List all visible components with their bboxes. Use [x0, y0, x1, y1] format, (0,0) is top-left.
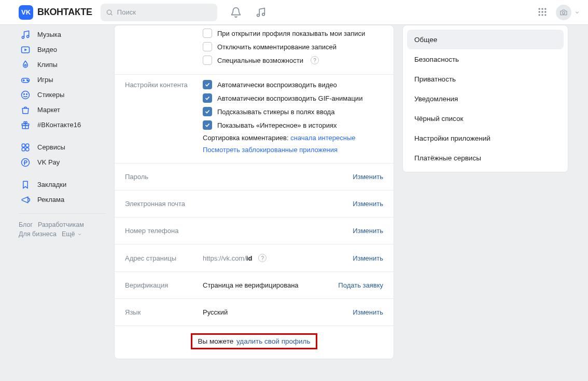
svg-rect-31: [26, 144, 29, 147]
sidebar-item-label: Сервисы: [37, 143, 65, 151]
sidebar-item-stickers[interactable]: Стикеры: [19, 87, 106, 102]
settings-row-lang: ЯзыкРусскийИзменить: [115, 299, 394, 326]
app-header: VK ВКОНТАКТЕ: [0, 0, 588, 25]
music-icon: [20, 29, 31, 40]
search-input[interactable]: [117, 8, 212, 16]
sidebar-item-label: #ВКонтакте16: [37, 121, 81, 129]
content-settings-label: Настройки контента: [125, 80, 203, 154]
apps-grid-icon[interactable]: [537, 7, 549, 18]
delete-profile-link[interactable]: удалить свой профиль: [236, 337, 311, 345]
games-icon: [20, 74, 31, 86]
profile-menu[interactable]: [556, 5, 580, 20]
sidebar-item-pay[interactable]: VK Pay: [19, 155, 106, 170]
tab-Настройки приложений[interactable]: Настройки приложений: [407, 128, 564, 148]
pay-icon: [20, 157, 31, 168]
left-sidebar: МузыкаВидеоКлипыИгрыСтикерыМаркет#ВКонта…: [19, 25, 106, 359]
footer-developers[interactable]: Разработчикам: [38, 221, 84, 228]
settings-row-password: ПарольИзменить: [115, 164, 394, 190]
row-action-email[interactable]: Изменить: [353, 200, 383, 208]
row-action-lang[interactable]: Изменить: [353, 308, 383, 316]
svg-point-9: [544, 11, 546, 12]
notifications-icon[interactable]: [230, 6, 242, 19]
vk-logo-icon: VK: [19, 5, 33, 20]
svg-line-1: [110, 13, 112, 15]
svg-point-14: [22, 36, 24, 38]
settings-row-phone: Номер телефонаИзменить: [115, 217, 394, 244]
comment-sort-label: Сортировка комментариев:: [203, 134, 289, 142]
footer-links: Блог Разработчикам Для бизнеса Ещё: [19, 213, 106, 238]
logo[interactable]: VK ВКОНТАКТЕ: [19, 5, 92, 20]
checkbox-label: Показывать «Интересное» в историях: [217, 121, 337, 129]
settings-tabs: ОбщееБезопасностьПриватностьУведомленияЧ…: [402, 25, 568, 172]
footer-business[interactable]: Для бизнеса: [19, 230, 57, 238]
sidebar-item-video[interactable]: Видео: [19, 42, 106, 57]
blocked-apps-link[interactable]: Посмотреть заблокированные приложения: [203, 146, 338, 154]
tab-Общее[interactable]: Общее: [407, 30, 564, 49]
tab-Уведомления[interactable]: Уведомления: [407, 89, 564, 108]
comment-sort-select[interactable]: сначала интересные: [290, 134, 355, 142]
svg-point-0: [107, 10, 111, 14]
checkbox-option[interactable]: При открытии профиля показывать мои запи…: [203, 29, 383, 38]
checkbox-option[interactable]: Специальные возможности?: [203, 56, 383, 65]
search-icon: [106, 8, 113, 17]
svg-rect-33: [26, 147, 29, 151]
checkbox-option[interactable]: Показывать «Интересное» в историях: [203, 120, 383, 130]
svg-point-23: [27, 80, 29, 81]
checkbox-icon: [203, 107, 212, 116]
stickers-icon: [20, 89, 31, 101]
camera-icon: [559, 8, 568, 17]
svg-point-2: [257, 14, 259, 17]
help-icon[interactable]: ?: [311, 56, 319, 64]
row-value: Страница не верифицирована: [203, 281, 299, 289]
logo-text: ВКОНТАКТЕ: [37, 7, 92, 18]
settings-row-verify: ВерификацияСтраница не верифицированаПод…: [115, 272, 394, 299]
row-label: Электронная почта: [125, 200, 203, 208]
avatar: [556, 5, 571, 20]
svg-point-12: [544, 14, 546, 16]
svg-point-25: [24, 93, 25, 94]
row-action-verify[interactable]: Подать заявку: [338, 281, 383, 289]
address-value: https://vk.com/id: [203, 254, 252, 262]
svg-point-24: [22, 91, 30, 99]
sidebar-item-label: Реклама: [37, 196, 64, 203]
music-icon[interactable]: [255, 6, 267, 19]
checkbox-option[interactable]: Автоматически воспроизводить GIF-анимаци…: [203, 93, 383, 103]
row-label: Адрес страницы: [125, 254, 203, 262]
sidebar-item-music[interactable]: Музыка: [19, 27, 106, 42]
checkbox-icon: [203, 29, 212, 38]
sidebar-item-label: Видео: [37, 46, 57, 53]
sidebar-item-clips[interactable]: Клипы: [19, 57, 106, 72]
checkbox-option[interactable]: Подсказывать стикеры в полях ввода: [203, 107, 383, 116]
sidebar-item-label: Игры: [37, 76, 53, 84]
sidebar-item-games[interactable]: Игры: [19, 72, 106, 87]
tab-Безопасность[interactable]: Безопасность: [407, 49, 564, 69]
svg-rect-30: [22, 144, 25, 147]
row-action-phone[interactable]: Изменить: [353, 227, 383, 235]
sidebar-item-services[interactable]: Сервисы: [19, 140, 106, 155]
sidebar-item-ads[interactable]: Реклама: [19, 192, 106, 207]
tab-Приватность[interactable]: Приватность: [407, 69, 564, 89]
tab-Платёжные сервисы[interactable]: Платёжные сервисы: [407, 148, 564, 168]
sidebar-item-label: Стикеры: [37, 91, 64, 99]
sidebar-item-bookmark[interactable]: Закладки: [19, 177, 106, 192]
svg-rect-32: [22, 147, 25, 151]
svg-point-26: [26, 93, 27, 94]
row-action-password[interactable]: Изменить: [353, 173, 383, 181]
checkbox-icon: [203, 120, 212, 130]
tab-Чёрный список[interactable]: Чёрный список: [407, 108, 564, 128]
svg-marker-17: [24, 48, 27, 51]
footer-blog[interactable]: Блог: [19, 221, 33, 228]
sidebar-item-gift[interactable]: #ВКонтакте16: [19, 117, 106, 132]
help-icon[interactable]: ?: [258, 254, 267, 262]
settings-row-email: Электронная почтаИзменить: [115, 190, 394, 217]
search-box[interactable]: [101, 4, 217, 21]
checkbox-option[interactable]: Отключить комментирование записей: [203, 42, 383, 51]
footer-more[interactable]: Ещё: [62, 230, 82, 238]
checkbox-option[interactable]: Автоматически воспроизводить видео: [203, 80, 383, 89]
checkbox-label: При открытии профиля показывать мои запи…: [217, 30, 365, 37]
checkbox-label: Автоматически воспроизводить видео: [217, 81, 337, 89]
market-icon: [20, 104, 31, 116]
row-action-address[interactable]: Изменить: [353, 254, 383, 262]
row-value: Русский: [203, 308, 228, 316]
sidebar-item-market[interactable]: Маркет: [19, 102, 106, 117]
